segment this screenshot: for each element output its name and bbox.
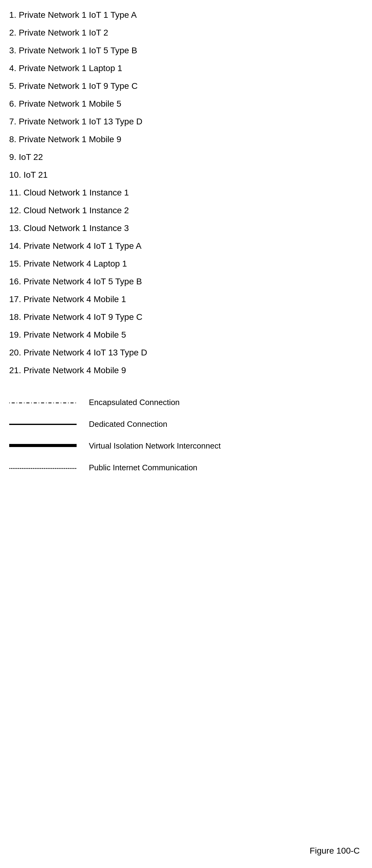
list-item: 19. Private Network 4 Mobile 5 <box>9 326 363 344</box>
legend-label-public-internet: Public Internet Communication <box>89 463 197 472</box>
figure-caption: Figure 100-C <box>310 846 360 856</box>
legend-section: Encapsulated ConnectionDedicated Connect… <box>9 398 363 472</box>
list-item: 2. Private Network 1 IoT 2 <box>9 24 363 42</box>
legend-label-virtual-isolation: Virtual Isolation Network Interconnect <box>89 441 221 451</box>
list-item: 18. Private Network 4 IoT 9 Type C <box>9 308 363 326</box>
list-item: 13. Cloud Network 1 Instance 3 <box>9 219 363 237</box>
list-item: 21. Private Network 4 Mobile 9 <box>9 362 363 379</box>
list-item: 20. Private Network 4 IoT 13 Type D <box>9 344 363 362</box>
list-item: 10. IoT 21 <box>9 166 363 184</box>
legend-line-encapsulated <box>9 400 76 405</box>
legend-label-encapsulated: Encapsulated Connection <box>89 398 180 407</box>
list-item: 4. Private Network 1 Laptop 1 <box>9 59 363 77</box>
list-item: 15. Private Network 4 Laptop 1 <box>9 255 363 273</box>
list-item: 17. Private Network 4 Mobile 1 <box>9 290 363 308</box>
legend-line-dedicated <box>9 424 76 425</box>
list-item: 16. Private Network 4 IoT 5 Type B <box>9 273 363 290</box>
list-item: 6. Private Network 1 Mobile 5 <box>9 95 363 113</box>
list-item: 8. Private Network 1 Mobile 9 <box>9 130 363 148</box>
list-item: 3. Private Network 1 IoT 5 Type B <box>9 42 363 59</box>
list-item: 1. Private Network 1 IoT 1 Type A <box>9 6 363 24</box>
legend-item-virtual-isolation: Virtual Isolation Network Interconnect <box>9 441 363 451</box>
legend-label-dedicated: Dedicated Connection <box>89 420 167 429</box>
legend-item-encapsulated: Encapsulated Connection <box>9 398 363 407</box>
list-item: 7. Private Network 1 IoT 13 Type D <box>9 113 363 130</box>
list-item: 12. Cloud Network 1 Instance 2 <box>9 202 363 219</box>
list-item: 11. Cloud Network 1 Instance 1 <box>9 184 363 202</box>
legend-item-public-internet: Public Internet Communication <box>9 463 363 472</box>
items-list: 1. Private Network 1 IoT 1 Type A2. Priv… <box>9 6 363 379</box>
legend-line-public-internet <box>9 465 76 471</box>
list-item: 14. Private Network 4 IoT 1 Type A <box>9 237 363 255</box>
legend-line-virtual-isolation <box>9 443 76 449</box>
legend-item-dedicated: Dedicated Connection <box>9 420 363 429</box>
list-item: 9. IoT 22 <box>9 148 363 166</box>
list-item: 5. Private Network 1 IoT 9 Type C <box>9 77 363 95</box>
